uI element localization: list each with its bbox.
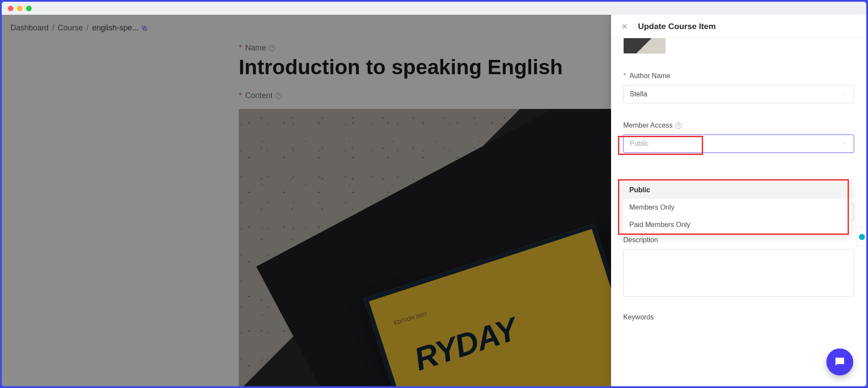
- panel-body: * Author Name Stella Member Access ? Pub…: [611, 38, 866, 386]
- modal-overlay[interactable]: [2, 15, 611, 386]
- option-members-only[interactable]: Members Only: [623, 199, 851, 216]
- help-icon[interactable]: ?: [675, 122, 682, 129]
- chat-button[interactable]: [826, 349, 853, 375]
- member-access-dropdown: Public Members Only Paid Members Only: [623, 181, 851, 233]
- author-name-select[interactable]: Stella: [623, 85, 854, 103]
- description-textarea[interactable]: [623, 249, 854, 297]
- description-label-text: Description: [623, 236, 658, 244]
- close-icon[interactable]: [621, 23, 628, 30]
- chat-icon: [833, 355, 846, 368]
- window-titlebar: [2, 2, 866, 15]
- author-name-label-text: Author Name: [629, 72, 670, 80]
- chevron-down-icon: [842, 92, 848, 97]
- window-close-dot[interactable]: [8, 6, 13, 11]
- side-widget-icon: [859, 234, 865, 240]
- option-public[interactable]: Public: [623, 181, 851, 199]
- description-label: Description: [623, 236, 854, 244]
- app-body: Dashboard / Course / english-spe... * Na…: [2, 15, 866, 386]
- app-window: Dashboard / Course / english-spe... * Na…: [0, 0, 868, 388]
- panel-header: Update Course Item: [611, 15, 866, 38]
- member-access-select[interactable]: Public: [623, 135, 854, 153]
- author-name-label: * Author Name: [623, 72, 854, 80]
- keywords-label: Keywords: [623, 313, 854, 321]
- chevron-down-icon: [842, 141, 848, 146]
- keywords-label-text: Keywords: [623, 313, 654, 321]
- member-access-label-text: Member Access: [623, 122, 673, 129]
- window-minimize-dot[interactable]: [17, 6, 23, 11]
- author-name-value: Stella: [630, 90, 647, 98]
- member-access-label: Member Access ?: [623, 122, 854, 129]
- window-maximize-dot[interactable]: [26, 6, 32, 11]
- thumbnail-preview[interactable]: [623, 38, 666, 54]
- side-panel: Update Course Item * Author Name Stella …: [611, 15, 866, 386]
- option-paid-members-only[interactable]: Paid Members Only: [623, 216, 851, 233]
- member-access-placeholder: Public: [630, 140, 649, 148]
- required-asterisk: *: [623, 72, 626, 80]
- panel-title: Update Course Item: [638, 22, 716, 31]
- side-widget-tab[interactable]: [856, 227, 866, 247]
